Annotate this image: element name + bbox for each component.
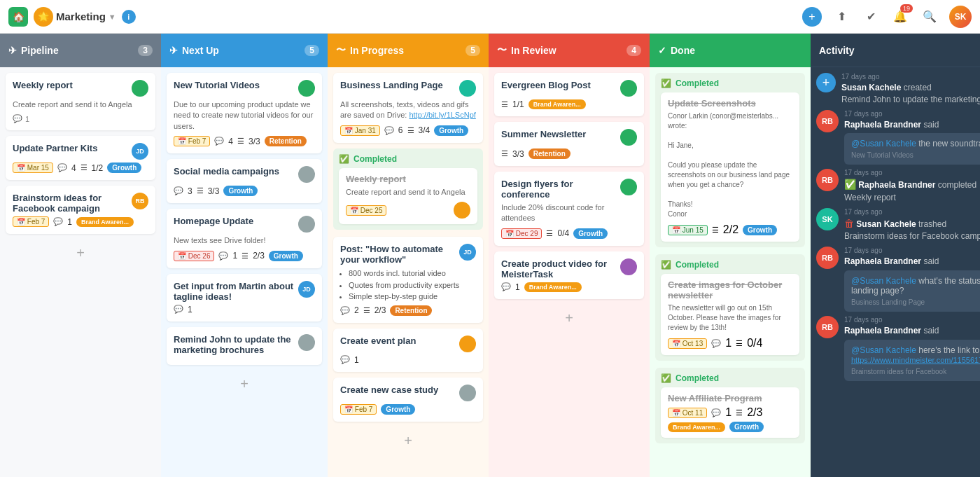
card-title: Business Landing Page bbox=[340, 80, 456, 90]
date-chip: 📅 Feb 7 bbox=[13, 216, 49, 227]
add-pipeline-card[interactable]: + bbox=[74, 242, 88, 264]
comment-icon: 💬 bbox=[711, 339, 721, 348]
pipeline-icon: ✈ bbox=[8, 45, 17, 56]
check-icon[interactable]: ✔ bbox=[861, 7, 881, 27]
card-avatar bbox=[459, 336, 476, 352]
tag-growth: Growth bbox=[223, 186, 258, 196]
card-desc: Include 20% discount code for attendees bbox=[501, 202, 637, 224]
card-footer: 📅 Dec 26 💬1 ☰2/3 Growth bbox=[174, 251, 315, 261]
inprogress-label: In Progress bbox=[350, 45, 404, 56]
comment-count: 6 bbox=[398, 125, 403, 135]
task-icon: ☰ bbox=[712, 226, 719, 235]
completed-title: Create images for October newsletter bbox=[668, 279, 792, 300]
done-label: Done bbox=[671, 45, 695, 56]
card-footer: 📅 Jun 15 ☰2/2 Growth bbox=[668, 223, 792, 236]
card-desc: Create report and send it to Angela bbox=[346, 187, 470, 198]
notif-count: 19 bbox=[900, 4, 913, 13]
task-count: 2/3 bbox=[253, 251, 265, 261]
task-count: 3/3 bbox=[208, 186, 220, 196]
task-count: 2/2 bbox=[723, 223, 738, 236]
trash-icon: 🗑 bbox=[844, 218, 854, 229]
card-tags: Brand Awaren... Growth bbox=[668, 422, 792, 432]
comment-count: 1 bbox=[188, 305, 192, 314]
activity-bubble: @Susan Kachele the new soundtrack is gre… bbox=[844, 133, 980, 165]
comment-count: 1 bbox=[515, 282, 520, 292]
comment-icon: 💬 bbox=[340, 355, 350, 364]
card-summer-newsletter: Summer Newsletter ☰3/3 Retention bbox=[494, 122, 644, 166]
task-icon: ☰ bbox=[501, 100, 508, 109]
brand-name[interactable]: 🌟 Marketing ▼ bbox=[34, 7, 116, 27]
inprogress-body: Business Landing Page All screenshots, t… bbox=[328, 67, 489, 477]
activity-time: 17 days ago bbox=[844, 247, 980, 254]
add-button[interactable]: + bbox=[802, 7, 822, 27]
activity-header: Activity ⚡ ☰ ⊞ bbox=[811, 34, 980, 67]
card-title: Design flyers for conference bbox=[501, 179, 617, 200]
inreview-header: 〜 In Review 4 bbox=[489, 34, 650, 67]
card-link[interactable]: http://bit.ly/1LScNpf bbox=[409, 111, 475, 119]
card-footer: ☰3/3 Retention bbox=[501, 148, 637, 159]
activity-item: RB 17 days ago Raphaela Brandner said @S… bbox=[816, 110, 980, 165]
activity-link[interactable]: https://www.mindmeister.com/11556178?t=Z… bbox=[851, 356, 980, 364]
activity-text: Raphaela Brandner said bbox=[844, 325, 980, 337]
activity-text: 🗑 Susan Kachele trashed Brainstorm ideas… bbox=[844, 217, 980, 242]
comment-count: 4 bbox=[228, 137, 233, 146]
task-count: 3/4 bbox=[419, 125, 430, 135]
activity-bubble: @Susan Kachele here's the link to the mi… bbox=[844, 340, 980, 381]
pipeline-body: Weekly report Create report and send it … bbox=[0, 67, 161, 477]
bullet-item: 800 words incl. tutorial video bbox=[349, 268, 476, 279]
completed-section-1: ✅ Completed Update Screenshots Conor Lar… bbox=[655, 73, 805, 247]
add-inprogress-card[interactable]: + bbox=[401, 430, 415, 452]
completed-card-images: Create images for October newsletter The… bbox=[661, 274, 799, 355]
card-footer: 📅 Feb 7 💬1 Brand Awaren... bbox=[13, 216, 148, 227]
completed-label-3: Completed bbox=[676, 373, 719, 383]
home-icon[interactable]: 🏠 bbox=[8, 7, 28, 27]
activity-title: Activity bbox=[819, 45, 980, 56]
card-footer: 💬1 Brand Awaren... bbox=[501, 282, 637, 292]
card-footer: 💬1 bbox=[340, 355, 476, 365]
card-case-study: Create new case study 📅 Feb 7 Growth bbox=[333, 378, 483, 422]
comment-count: 3 bbox=[188, 186, 192, 196]
activity-actor: Raphaela Brandner bbox=[844, 120, 921, 130]
card-avatar bbox=[459, 385, 476, 401]
board-container: ✈ Pipeline 3 Weekly report Create report… bbox=[0, 34, 980, 477]
card-title: Get input from Martin about tagline idea… bbox=[174, 281, 295, 302]
mention: @Susan Kachele bbox=[851, 139, 916, 148]
activity-content: 17 days ago Raphaela Brandner said @Susa… bbox=[844, 316, 980, 381]
mention: @Susan Kachele bbox=[851, 276, 916, 286]
card-homepage-update: Homepage Update New texts see Drive fold… bbox=[167, 209, 322, 268]
card-avatar bbox=[298, 80, 315, 97]
nextup-icon: ✈ bbox=[169, 45, 178, 56]
notifications-button[interactable]: 🔔 19 bbox=[890, 7, 910, 27]
check-circle-icon: ✅ bbox=[661, 260, 671, 270]
card-footer: 💬3 ☰3/3 Growth bbox=[174, 186, 315, 196]
comment-icon: 💬 bbox=[174, 186, 183, 195]
card-avatar bbox=[298, 166, 315, 183]
upload-icon[interactable]: ⬆ bbox=[832, 7, 851, 27]
activity-time: 17 days ago bbox=[841, 73, 980, 81]
task-count: 1/2 bbox=[92, 163, 104, 173]
tag-growth: Growth bbox=[729, 422, 764, 432]
activity-text: Susan Kachele created Remind John to upd… bbox=[841, 82, 980, 106]
add-inreview-card[interactable]: + bbox=[562, 307, 576, 329]
comment-icon: 💬 bbox=[174, 305, 183, 314]
card-automate-workflow: Post: "How to automate your workflow" JD… bbox=[333, 237, 483, 323]
info-icon[interactable]: i bbox=[122, 10, 136, 24]
completed-label: Completed bbox=[354, 154, 397, 164]
card-footer: 📅 Oct 11 💬1 ☰2/3 bbox=[668, 406, 792, 419]
activity-add-btn[interactable]: + bbox=[816, 73, 836, 92]
done-icon: ✓ bbox=[658, 45, 666, 56]
task-count: 0/4 bbox=[747, 337, 762, 350]
activity-avatar: SK bbox=[816, 208, 839, 230]
comment-icon: 💬 bbox=[340, 306, 350, 315]
user-avatar[interactable]: SK bbox=[949, 6, 972, 28]
comment-count: 1 bbox=[25, 115, 29, 123]
date-chip: 📅 Jun 15 bbox=[668, 225, 708, 235]
activity-actor: Susan Kachele bbox=[841, 83, 901, 92]
activity-actor: Raphaela Brandner bbox=[858, 180, 935, 190]
card-desc: All screenshots, texts, videos and gifs … bbox=[340, 99, 476, 121]
comment-icon: 💬 bbox=[53, 217, 63, 226]
add-nextup-card[interactable]: + bbox=[237, 373, 251, 395]
card-weekly-report: Weekly report Create report and send it … bbox=[6, 73, 155, 130]
inreview-icon: 〜 bbox=[497, 44, 507, 57]
search-icon[interactable]: 🔍 bbox=[920, 7, 939, 27]
